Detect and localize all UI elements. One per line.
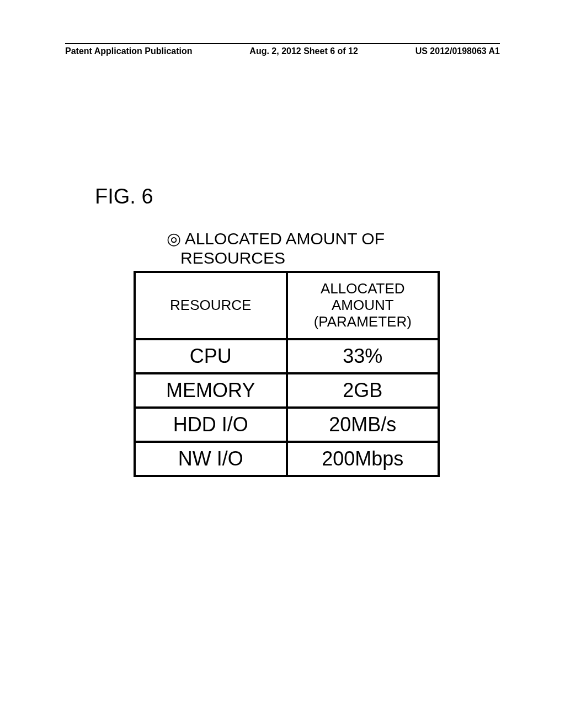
cell-resource: HDD I/O <box>135 408 287 442</box>
table-row: MEMORY 2GB <box>135 373 439 408</box>
header-center: Aug. 2, 2012 Sheet 6 of 12 <box>249 46 358 56</box>
cell-amount: 200Mbps <box>287 442 439 476</box>
col-header-amount-l2: AMOUNT <box>332 297 394 313</box>
resource-table: RESOURCE ALLOCATED AMOUNT (PARAMETER) CP… <box>134 271 440 477</box>
table-row: CPU 33% <box>135 339 439 373</box>
col-header-resource: RESOURCE <box>135 272 287 339</box>
table-header-row: RESOURCE ALLOCATED AMOUNT (PARAMETER) <box>135 272 439 339</box>
col-header-amount: ALLOCATED AMOUNT (PARAMETER) <box>287 272 439 339</box>
cell-amount: 2GB <box>287 373 439 408</box>
table-row: HDD I/O 20MB/s <box>135 408 439 442</box>
cell-resource: MEMORY <box>135 373 287 408</box>
page-header: Patent Application Publication Aug. 2, 2… <box>65 43 500 56</box>
cell-amount: 33% <box>287 339 439 373</box>
cell-resource: CPU <box>135 339 287 373</box>
cell-resource: NW I/O <box>135 442 287 476</box>
col-header-amount-l1: ALLOCATED <box>321 280 405 297</box>
table-title: ◎ ALLOCATED AMOUNT OF RESOURCES <box>167 229 459 267</box>
resource-table-wrap: RESOURCE ALLOCATED AMOUNT (PARAMETER) CP… <box>134 271 440 477</box>
table-title-line2: RESOURCES <box>180 249 285 267</box>
header-right: US 2012/0198063 A1 <box>415 46 500 56</box>
header-left: Patent Application Publication <box>65 46 193 56</box>
table-title-line1: ◎ ALLOCATED AMOUNT OF <box>167 229 385 248</box>
figure-label: FIG. 6 <box>95 185 459 208</box>
col-header-amount-l3: (PARAMETER) <box>314 313 412 330</box>
table-row: NW I/O 200Mbps <box>135 442 439 476</box>
figure-wrap: FIG. 6 ◎ ALLOCATED AMOUNT OF RESOURCES R… <box>95 185 459 477</box>
cell-amount: 20MB/s <box>287 408 439 442</box>
